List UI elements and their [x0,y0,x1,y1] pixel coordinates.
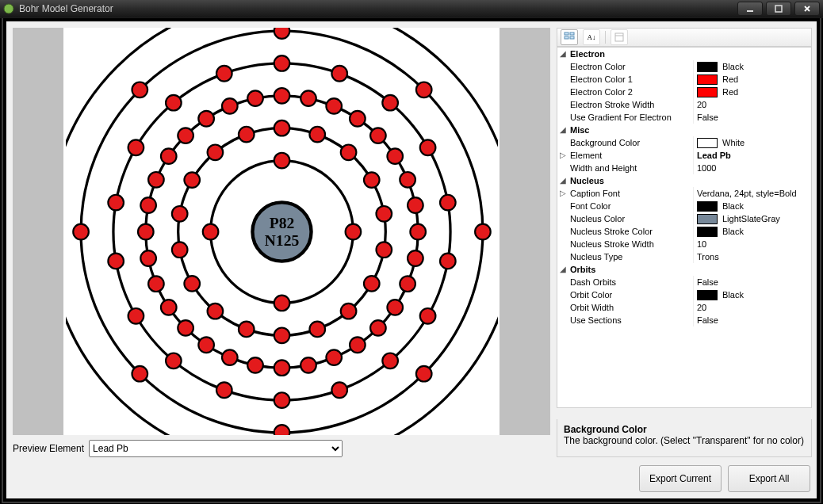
svg-point-76 [363,276,379,292]
prop-value: 1000 [697,162,716,174]
collapse-icon[interactable]: ◢ [557,124,568,136]
prop-value: LightSlateGray [722,212,780,225]
svg-point-40 [326,98,342,114]
preview-element-select[interactable]: Lead Pb [89,440,343,457]
svg-text:N125: N125 [264,231,299,248]
prop-name: Nucleus Type [568,250,694,263]
propgrid-row[interactable]: Font ColorBlack [557,200,811,212]
svg-point-72 [340,144,356,160]
propgrid-row[interactable]: Electron Color 1Red [557,73,811,86]
svg-point-26 [419,307,435,323]
categorized-view-button[interactable] [561,29,578,45]
propgrid-row[interactable]: ▷Caption FontVerdana, 24pt, style=Bold [557,187,811,200]
svg-point-81 [207,303,223,319]
prop-name: Nucleus Color [568,212,694,225]
propgrid-category[interactable]: ◢Orbits [557,263,811,276]
color-swatch [697,62,718,72]
export-current-button[interactable]: Export Current [639,465,722,492]
svg-point-43 [387,148,403,164]
propgrid-row[interactable]: Nucleus Stroke ColorBlack [557,225,811,238]
propgrid-toolbar: A↓ [557,28,812,47]
propgrid-row[interactable]: Use Gradient For ElectronFalse [557,111,811,124]
svg-point-23 [419,139,435,155]
svg-point-87 [238,126,254,142]
bohr-diagram: P82N125 [66,28,498,435]
propgrid-row[interactable]: Use SectionsFalse [557,314,811,326]
svg-point-45 [408,197,423,213]
prop-value: False [697,111,718,124]
propgrid-row[interactable]: Nucleus TypeTrons [557,250,811,263]
toolbar-divider [605,31,606,44]
svg-point-71 [309,126,325,142]
svg-point-63 [140,197,156,213]
svg-point-0 [4,4,13,13]
propgrid-row[interactable]: Orbit Width20 [557,301,811,314]
propgrid-row[interactable]: Electron Color 2Red [557,86,811,98]
prop-value: Verdana, 24pt, style=Bold [697,187,797,200]
propgrid-category[interactable]: ◢Electron [557,48,811,60]
svg-point-34 [108,194,124,210]
svg-point-52 [326,349,342,365]
export-all-button[interactable]: Export All [728,465,810,492]
color-swatch [697,87,718,97]
minimize-button[interactable] [737,2,763,16]
svg-point-68 [221,98,237,114]
svg-point-53 [300,357,316,373]
collapse-icon[interactable]: ◢ [557,263,568,276]
svg-rect-1 [747,10,753,12]
svg-point-22 [382,94,398,110]
svg-point-25 [440,253,456,269]
svg-point-39 [300,90,316,106]
collapse-icon[interactable]: ◢ [557,48,568,60]
svg-point-15 [415,365,431,381]
app-icon [3,3,14,14]
prop-value: False [697,314,718,326]
propgrid-row[interactable]: Nucleus ColorLightSlateGray [557,212,811,225]
propgrid-row[interactable]: Electron Stroke Width20 [557,98,811,111]
svg-point-78 [309,321,325,337]
close-button[interactable] [794,2,820,16]
propgrid-row[interactable]: Dash OrbitsFalse [557,276,811,288]
svg-point-12 [274,28,289,38]
svg-point-38 [274,88,289,104]
alphabetical-view-button[interactable]: A↓ [583,29,600,45]
propgrid-row[interactable]: Orbit ColorBlack [557,288,811,301]
propgrid-row[interactable]: Electron ColorBlack [557,60,811,73]
prop-value: 20 [697,98,706,111]
collapse-icon[interactable]: ◢ [557,174,568,187]
svg-point-61 [140,250,156,266]
prop-name: Electron Color [568,60,694,73]
svg-point-91 [202,223,218,239]
prop-value: Black [722,288,744,301]
property-pages-button[interactable] [611,29,628,45]
svg-point-49 [387,300,403,315]
propgrid-category[interactable]: ◢Misc [557,124,811,136]
prop-value: Lead Pb [697,149,731,162]
property-grid[interactable]: ◢ElectronElectron ColorBlackElectron Col… [557,47,812,408]
color-swatch [697,74,718,85]
color-swatch [697,214,718,224]
propgrid-row[interactable]: ▷ElementLead Pb [557,149,811,162]
color-swatch [697,201,718,212]
prop-name: Dash Orbits [568,276,694,288]
category-label: Orbits [568,263,595,276]
propgrid-row[interactable]: Background ColorWhite [557,136,811,149]
svg-point-88 [274,152,289,168]
prop-value: Trons [697,250,719,263]
svg-point-56 [221,349,237,365]
propgrid-category[interactable]: ◢Nucleus [557,174,811,187]
prop-value: Black [722,200,744,212]
prop-value: 10 [697,238,706,250]
maximize-button[interactable] [766,2,791,16]
svg-point-46 [410,223,426,239]
propgrid-row[interactable]: Nucleus Stroke Width10 [557,238,811,250]
svg-point-33 [108,253,124,269]
description-title: Background Color [564,424,805,435]
svg-point-57 [198,337,214,353]
propgrid-row[interactable]: Width and Height1000 [557,162,811,174]
svg-point-77 [340,303,356,319]
svg-point-83 [171,242,187,258]
svg-point-85 [184,172,200,188]
svg-point-58 [178,320,193,336]
svg-point-44 [400,171,415,187]
